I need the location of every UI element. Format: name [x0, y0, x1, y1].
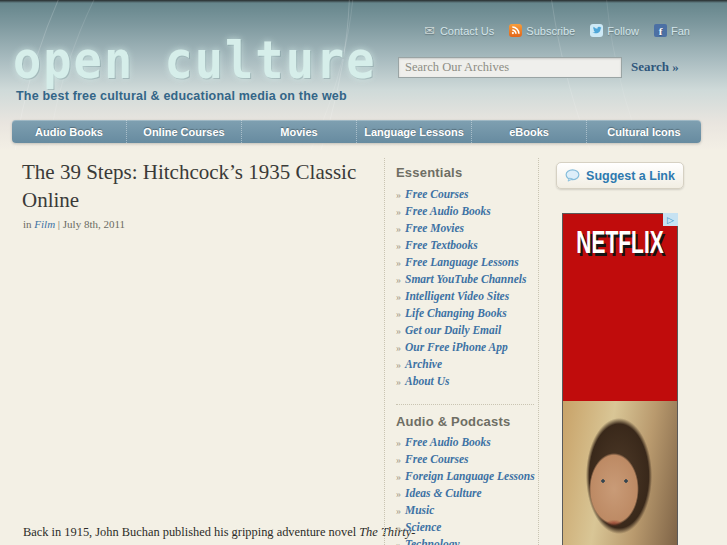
netflix-logo: NETFLIX [563, 224, 677, 260]
sidebar-item-ideas-culture[interactable]: »Ideas & Culture [396, 487, 535, 504]
sidebar-heading-essentials: Essentials [396, 165, 462, 180]
article-meta: in Film | July 8th, 2011 [23, 218, 125, 230]
sidebar-item-free-audio-books-2[interactable]: »Free Audio Books [396, 436, 535, 453]
arrow-bullet-icon: » [396, 376, 401, 387]
twitter-icon [590, 24, 603, 37]
arrow-bullet-icon: » [396, 325, 401, 336]
arrow-bullet-icon: » [396, 505, 401, 516]
nav-item-cultural-icons[interactable]: Cultural Icons [586, 120, 701, 143]
essentials-list: »Free Courses »Free Audio Books »Free Mo… [396, 188, 526, 392]
search-input[interactable] [398, 57, 622, 78]
nav-item-movies[interactable]: Movies [241, 120, 356, 143]
nav-item-ebooks[interactable]: eBooks [471, 120, 586, 143]
fan-link[interactable]: f Fan [654, 24, 690, 37]
article-date: | July 8th, 2011 [58, 218, 125, 230]
arrow-bullet-icon: » [396, 359, 401, 370]
sidebar-section-divider [396, 404, 534, 405]
arrow-bullet-icon: » [396, 274, 401, 285]
follow-link[interactable]: Follow [590, 24, 639, 37]
rss-icon [509, 24, 522, 37]
site-tagline: The best free cultural & educational med… [16, 89, 347, 103]
audio-podcasts-list: »Free Audio Books »Free Courses »Foreign… [396, 436, 535, 545]
main-nav: Audio Books Online Courses Movies Langua… [12, 120, 701, 143]
arrow-bullet-icon: » [396, 291, 401, 302]
meta-prefix: in [23, 218, 32, 230]
arrow-bullet-icon: » [396, 471, 401, 482]
arrow-bullet-icon: » [396, 223, 401, 234]
facebook-icon: f [654, 24, 667, 37]
envelope-icon: ✉ [423, 24, 436, 37]
netflix-ad-top: NETFLIX ▷ [563, 214, 677, 401]
ad-actress-photo [563, 401, 677, 545]
sidebar-heading-audio-podcasts: Audio & Podcasts [396, 414, 510, 429]
arrow-bullet-icon: » [396, 257, 401, 268]
sidebar-item-life-changing-books[interactable]: »Life Changing Books [396, 307, 526, 324]
article-title: The 39 Steps: Hitchcock’s 1935 Classic O… [22, 158, 372, 214]
speech-bubble-icon [565, 169, 580, 182]
nav-item-online-courses[interactable]: Online Courses [126, 120, 241, 143]
sidebar-item-get-our-daily-email[interactable]: »Get our Daily Email [396, 324, 526, 341]
sidebar-left-divider [384, 158, 385, 545]
arrow-bullet-icon: » [396, 189, 401, 200]
arrow-bullet-icon: » [396, 522, 401, 533]
article-body: Back in 1915, John Buchan published his … [23, 525, 413, 540]
sidebar-right-divider [538, 158, 539, 545]
sidebar-item-intelligent-video-sites[interactable]: »Intelligent Video Sites [396, 290, 526, 307]
sidebar-item-free-courses[interactable]: »Free Courses [396, 188, 526, 205]
adchoices-icon[interactable]: ▷ [663, 213, 678, 226]
sidebar-item-technology[interactable]: »Technology [396, 538, 535, 545]
sidebar-item-free-courses-2[interactable]: »Free Courses [396, 453, 535, 470]
sidebar-item-our-free-iphone-app[interactable]: »Our Free iPhone App [396, 341, 526, 358]
search-button[interactable]: Search » [631, 59, 679, 75]
nav-item-audio-books[interactable]: Audio Books [12, 120, 126, 143]
header-links: ✉ Contact Us Subscribe Follow f Fan [423, 24, 690, 37]
sidebar-item-archive[interactable]: »Archive [396, 358, 526, 375]
arrow-bullet-icon: » [396, 454, 401, 465]
sidebar-item-free-textbooks[interactable]: »Free Textbooks [396, 239, 526, 256]
arrow-bullet-icon: » [396, 342, 401, 353]
sidebar-item-science[interactable]: »Science [396, 521, 535, 538]
sidebar-item-smart-youtube-channels[interactable]: »Smart YouTube Channels [396, 273, 526, 290]
netflix-ad[interactable]: NETFLIX ▷ [562, 213, 678, 545]
arrow-bullet-icon: » [396, 206, 401, 217]
sidebar-item-free-language-lessons[interactable]: »Free Language Lessons [396, 256, 526, 273]
sidebar-item-foreign-language-lessons[interactable]: »Foreign Language Lessons [396, 470, 535, 487]
open-culture-page: open culture The best free cultural & ed… [0, 0, 727, 545]
category-link[interactable]: Film [34, 218, 55, 230]
sidebar-item-music[interactable]: »Music [396, 504, 535, 521]
arrow-bullet-icon: » [396, 539, 401, 545]
arrow-bullet-icon: » [396, 308, 401, 319]
subscribe-link[interactable]: Subscribe [509, 24, 575, 37]
suggest-a-link-button[interactable]: Suggest a Link [556, 162, 684, 189]
sidebar-item-free-audio-books[interactable]: »Free Audio Books [396, 205, 526, 222]
nav-item-language-lessons[interactable]: Language Lessons [356, 120, 471, 143]
arrow-bullet-icon: » [396, 437, 401, 448]
site-logo[interactable]: open culture [13, 30, 377, 89]
arrow-bullet-icon: » [396, 488, 401, 499]
arrow-bullet-icon: » [396, 240, 401, 251]
sidebar-item-free-movies[interactable]: »Free Movies [396, 222, 526, 239]
contact-us-link[interactable]: ✉ Contact Us [423, 24, 494, 37]
sidebar-item-about-us[interactable]: »About Us [396, 375, 526, 392]
